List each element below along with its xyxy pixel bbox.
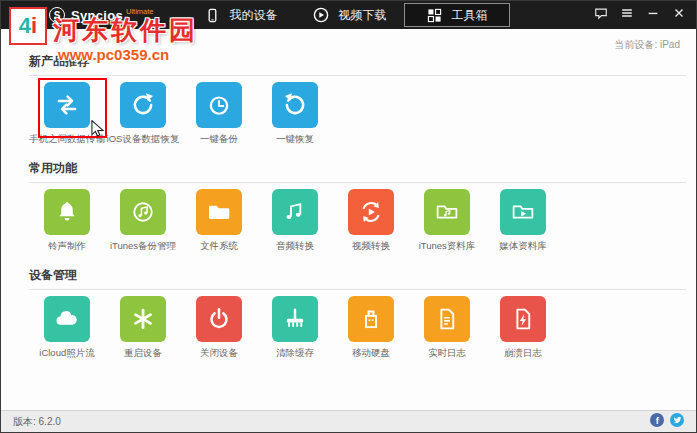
facebook-link[interactable]: f	[650, 413, 664, 431]
statusbar: 版本: 6.2.0 f	[1, 410, 696, 432]
current-device-label: 当前设备: iPad	[614, 38, 680, 52]
video-convert-icon	[348, 189, 394, 235]
tool-video-convert[interactable]: 视频转换	[333, 189, 409, 253]
tool-crash-log[interactable]: 崩溃日志	[485, 296, 561, 360]
restore-icon	[272, 82, 318, 128]
section-2: 设备管理 iCloud照片流 重启设备 关闭设备 清除缓存 移动硬盘 实时日	[29, 267, 686, 360]
menu-icon	[620, 6, 634, 24]
tool-audio-convert[interactable]: 音频转换	[257, 189, 333, 253]
tool-clear-cache[interactable]: 清除缓存	[257, 296, 333, 360]
tool-one-key-backup[interactable]: 一键备份	[181, 82, 257, 146]
tool-itunes-library[interactable]: iTunes资料库	[409, 189, 485, 253]
section-0: 新产品推荐 手机之间数据传输 iOS设备数据恢复 一键备份 一键恢复	[29, 53, 686, 146]
tile-row: 手机之间数据传输 iOS设备数据恢复 一键备份 一键恢复	[29, 82, 686, 146]
log-icon	[424, 296, 470, 342]
tab-label: 工具箱	[451, 7, 487, 24]
tool-itunes-backup[interactable]: iTunes备份管理	[105, 189, 181, 253]
tile-label: 一键恢复	[276, 133, 314, 146]
tool-shutdown-device[interactable]: 关闭设备	[181, 296, 257, 360]
feedback-button[interactable]	[594, 6, 608, 24]
tile-label: 铃声制作	[48, 240, 86, 253]
play-icon	[313, 7, 329, 23]
recover-icon	[120, 82, 166, 128]
watermark-site-name: 河东软件园	[53, 13, 198, 48]
twitter-icon	[670, 413, 684, 431]
section-title: 常用功能	[29, 160, 686, 183]
tile-label: 重启设备	[124, 347, 162, 360]
minimize-button[interactable]	[646, 6, 660, 24]
tool-icloud-photos[interactable]: iCloud照片流	[29, 296, 105, 360]
section-title: 设备管理	[29, 267, 686, 290]
tile-label: iTunes备份管理	[110, 240, 176, 253]
tab-label: 视频下载	[338, 7, 386, 24]
version-label: 版本: 6.2.0	[13, 415, 61, 429]
watermark-site-url: www.pc0359.cn	[58, 46, 169, 63]
clean-icon	[272, 296, 318, 342]
tool-mobile-disk[interactable]: 移动硬盘	[333, 296, 409, 360]
usb-icon	[348, 296, 394, 342]
media-lib-icon	[500, 189, 546, 235]
tool-file-system[interactable]: 文件系统	[181, 189, 257, 253]
menu-button[interactable]	[620, 6, 634, 24]
tool-realtime-log[interactable]: 实时日志	[409, 296, 485, 360]
tab-label: 我的设备	[229, 7, 277, 24]
tile-label: 实时日志	[428, 347, 466, 360]
tool-ringtone-maker[interactable]: 铃声制作	[29, 189, 105, 253]
app-window: S Syncios Ultimate 我的设备 视频下载 工具箱 当前设备: i…	[0, 0, 697, 433]
tab-video-download[interactable]: 视频下载	[295, 3, 404, 27]
tile-label: iCloud照片流	[39, 347, 94, 360]
tile-label: 媒体资料库	[499, 240, 547, 253]
tile-label: 关闭设备	[200, 347, 238, 360]
close-button[interactable]	[672, 6, 686, 24]
power-icon	[196, 296, 242, 342]
bell-icon	[44, 189, 90, 235]
tool-one-key-restore[interactable]: 一键恢复	[257, 82, 333, 146]
twitter-link[interactable]	[670, 413, 684, 431]
tile-label: 清除缓存	[276, 347, 314, 360]
grid-icon	[427, 8, 442, 23]
crash-icon	[500, 296, 546, 342]
section-1: 常用功能 铃声制作 iTunes备份管理 文件系统 音频转换 视频转换 iT	[29, 160, 686, 253]
itunes-lib-icon	[424, 189, 470, 235]
restart-icon	[120, 296, 166, 342]
cloud-icon	[44, 296, 90, 342]
minimize-icon	[646, 6, 660, 24]
itunes-backup-icon	[120, 189, 166, 235]
facebook-icon: f	[650, 413, 664, 431]
tab-my-devices[interactable]: 我的设备	[187, 3, 295, 27]
tile-row: 铃声制作 iTunes备份管理 文件系统 音频转换 视频转换 iTunes资料库	[29, 189, 686, 253]
tool-ios-recovery[interactable]: iOS设备数据恢复	[105, 82, 181, 146]
tab-toolbox[interactable]: 工具箱	[404, 3, 510, 27]
watermark-site-logo: 4i	[9, 7, 47, 45]
watermark-logo-text: i	[31, 13, 37, 39]
tile-label: 文件系统	[200, 240, 238, 253]
social-links: f	[650, 413, 684, 431]
tile-label: 视频转换	[352, 240, 390, 253]
tile-row: iCloud照片流 重启设备 关闭设备 清除缓存 移动硬盘 实时日志 崩溃日	[29, 296, 686, 360]
close-icon	[672, 6, 686, 24]
tile-label: 一键备份	[200, 133, 238, 146]
chat-icon	[594, 6, 608, 24]
backup-icon	[196, 82, 242, 128]
tool-media-library[interactable]: 媒体资料库	[485, 189, 561, 253]
tile-label: iOS设备数据恢复	[107, 133, 180, 146]
folder-icon	[196, 189, 242, 235]
watermark-logo-text: 4	[19, 13, 31, 39]
window-controls	[594, 6, 686, 24]
mouse-cursor	[91, 120, 105, 137]
main-tabs: 我的设备 视频下载 工具箱	[187, 1, 510, 29]
phone-icon	[205, 8, 220, 23]
tile-label: 崩溃日志	[504, 347, 542, 360]
tile-label: iTunes资料库	[419, 240, 476, 253]
tile-label: 音频转换	[276, 240, 314, 253]
audio-icon	[272, 189, 318, 235]
tool-reboot-device[interactable]: 重启设备	[105, 296, 181, 360]
tile-label: 移动硬盘	[352, 347, 390, 360]
